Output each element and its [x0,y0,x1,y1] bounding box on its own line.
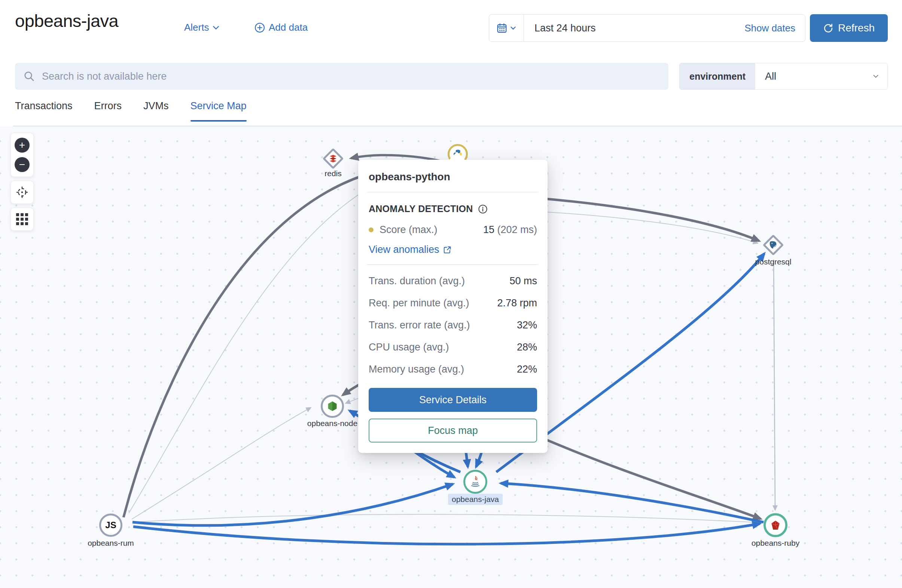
score-label: Score (max.) [379,224,437,236]
focus-map-button[interactable]: Focus map [369,419,537,443]
metric-row: CPU usage (avg.) 28% [369,341,537,353]
node-opbeans-java[interactable] [464,470,487,494]
node-label-redis: redis [324,169,342,178]
divider [367,264,539,265]
tab-bar: Transactions Errors JVMs Service Map [15,100,247,121]
node-label-opbeans-node: opbeans-node [307,419,357,428]
node-opbeans-ruby[interactable] [764,513,788,537]
service-details-button[interactable]: Service Details [369,388,537,412]
crosshair-icon [16,186,28,199]
zoom-controls: + − [11,133,34,177]
page-title: opbeans-java [15,11,118,31]
metric-row: Trans. error rate (avg.) 32% [369,319,537,331]
search-icon [23,70,35,82]
environment-filter-label: environment [680,63,755,89]
node-label-postgresql: postgresql [755,257,792,266]
metric-row: Req. per minute (avg.) 2.78 rpm [369,297,537,309]
info-icon[interactable] [478,204,488,214]
plus-circle-icon [255,22,265,33]
calendar-icon [496,22,507,34]
metric-label: Trans. error rate (avg.) [369,319,470,331]
search-bar [15,63,669,90]
js-icon: JS [105,520,116,530]
add-data-button[interactable]: Add data [255,22,308,33]
chevron-down-icon [213,24,219,31]
metric-value: 2.78 rpm [497,297,537,309]
metric-label: Memory usage (avg.) [369,364,464,375]
refresh-button[interactable]: Refresh [810,14,888,42]
redis-icon [329,154,338,163]
score-value: 15 (202 ms) [483,224,537,236]
metric-value: 22% [517,364,537,375]
refresh-label: Refresh [838,22,875,34]
view-anomalies-link[interactable]: View anomalies [369,244,451,255]
time-range-value[interactable]: Last 24 hours [524,22,744,34]
center-map-control[interactable] [11,181,34,204]
anomaly-heading-label: ANOMALY DETECTION [369,203,473,214]
view-anomalies-label: View anomalies [369,244,439,255]
ruby-icon [769,519,781,531]
external-link-icon [443,246,451,254]
metric-label: Trans. duration (avg.) [369,275,465,287]
metric-label: CPU usage (avg.) [369,341,449,353]
nodejs-icon [326,400,338,412]
tab-service-map[interactable]: Service Map [191,100,247,121]
node-label-opbeans-java: opbeans-java [448,494,503,505]
anomaly-score-row: Score (max.) 15 (202 ms) [369,224,537,236]
environment-filter[interactable]: environment All [679,63,888,90]
score-number: 15 [483,224,495,235]
metric-label: Req. per minute (avg.) [369,297,469,309]
severity-dot-icon [369,227,374,232]
alerts-label: Alerts [184,22,209,33]
time-picker: Last 24 hours Show dates [489,14,805,42]
metrics-list: Trans. duration (avg.) 50 ms Req. per mi… [369,275,537,375]
zoom-out-button[interactable]: − [15,157,30,172]
postgresql-icon [768,240,778,250]
show-dates-button[interactable]: Show dates [744,22,805,34]
zoom-in-button[interactable]: + [15,138,30,153]
grid-icon [16,213,28,225]
java-icon [469,475,482,488]
divider [367,192,539,192]
node-opbeans-node[interactable] [321,395,344,418]
tab-errors[interactable]: Errors [94,100,122,121]
metric-value: 32% [517,319,537,331]
anomaly-section-heading: ANOMALY DETECTION [369,203,537,214]
tab-transactions[interactable]: Transactions [15,100,73,121]
date-quick-select-button[interactable] [489,15,524,42]
tab-jvms[interactable]: JVMs [143,100,169,121]
score-duration: (202 ms) [497,224,537,235]
node-label-opbeans-rum: opbeans-rum [88,539,134,547]
alerts-menu-button[interactable]: Alerts [184,22,219,33]
chevron-down-icon [510,25,517,31]
node-opbeans-rum[interactable]: JS [99,514,122,537]
add-data-label: Add data [269,22,308,33]
popup-title: opbeans-python [369,171,537,183]
metric-row: Memory usage (avg.) 22% [369,364,537,375]
service-popup: opbeans-python ANOMALY DETECTION Score (… [358,160,548,453]
metric-value: 50 ms [509,275,537,287]
node-label-opbeans-ruby: opbeans-ruby [752,539,799,547]
layout-control[interactable] [11,208,34,231]
metric-value: 28% [517,341,537,353]
refresh-icon [823,23,833,33]
search-input[interactable] [41,70,660,83]
environment-filter-value: All [755,71,872,82]
chevron-down-icon [872,73,879,80]
metric-row: Trans. duration (avg.) 50 ms [369,275,537,287]
